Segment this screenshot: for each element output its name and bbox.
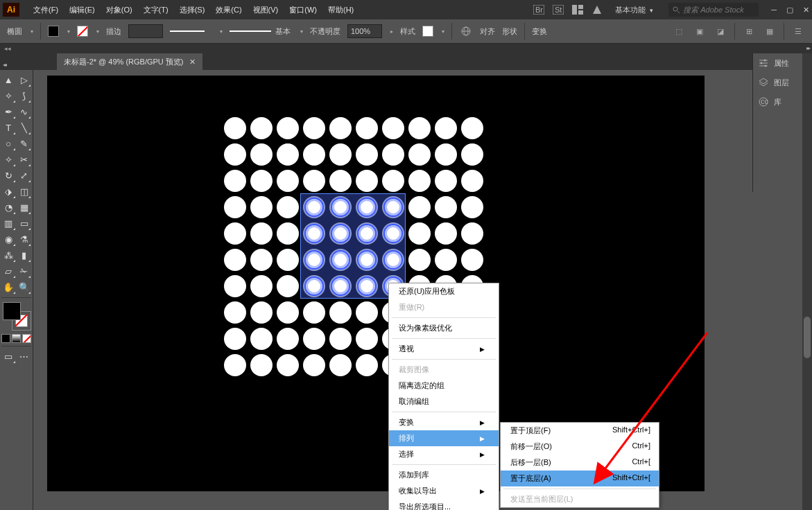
brush-style-dropdown[interactable]: 基本 (230, 26, 292, 37)
dot[interactable] (250, 170, 273, 192)
menu-edit[interactable]: 编辑(E) (64, 2, 101, 18)
dot[interactable] (303, 328, 325, 350)
tab-close-button[interactable]: ✕ (189, 58, 196, 67)
dot[interactable] (329, 301, 352, 324)
panel-menu-icon[interactable]: ☰ (791, 24, 805, 38)
dot[interactable] (408, 196, 431, 218)
cm-transform[interactable]: 变换▶ (389, 414, 499, 430)
stock-icon[interactable]: St (551, 3, 565, 17)
dot[interactable] (277, 170, 299, 192)
color-mode-icon[interactable] (1, 334, 10, 343)
fill-swatch[interactable] (48, 26, 59, 37)
slice-tool[interactable]: ✁ (17, 264, 32, 279)
eyedropper-tool[interactable]: ◉ (1, 232, 16, 247)
dot[interactable] (461, 170, 483, 192)
align-pixel-icon[interactable]: ▦ (763, 24, 777, 38)
eraser-tool[interactable]: ✂ (17, 152, 32, 167)
cm-collect-export[interactable]: 收集以导出▶ (389, 483, 499, 499)
tool-caret-icon[interactable]: ▾ (31, 28, 33, 35)
dot[interactable] (356, 143, 378, 166)
dot[interactable] (435, 117, 457, 139)
dot[interactable] (303, 143, 325, 166)
chevron-right-icon[interactable]: ▸ (390, 28, 393, 35)
dot[interactable] (461, 143, 483, 166)
dot[interactable] (408, 170, 431, 192)
dot[interactable] (224, 170, 246, 192)
cm-add-to-library[interactable]: 添加到库 (389, 467, 499, 483)
minimize-button[interactable]: ─ (771, 6, 777, 15)
dot[interactable] (435, 143, 457, 166)
dot[interactable] (461, 249, 483, 271)
dot[interactable] (250, 117, 273, 139)
vertical-scrollbar[interactable] (802, 53, 812, 510)
dot[interactable] (250, 328, 273, 350)
brush-tool[interactable]: ✎ (17, 137, 32, 151)
arrange-docs-icon[interactable] (571, 3, 585, 17)
cm-ungroup[interactable]: 取消编组 (389, 394, 499, 410)
share-icon[interactable] (590, 3, 604, 17)
dot[interactable] (277, 301, 299, 324)
dot[interactable] (303, 354, 325, 376)
dot[interactable] (250, 275, 273, 297)
dot[interactable] (408, 117, 431, 139)
dot[interactable] (277, 222, 299, 245)
none-mode-icon[interactable] (22, 334, 31, 343)
artboard-tool[interactable]: ▱ (1, 264, 16, 279)
stroke-style-dropdown[interactable] (170, 26, 211, 37)
scale-tool[interactable]: ⤢ (17, 168, 32, 183)
dot[interactable] (250, 222, 273, 245)
ellipse-tool[interactable]: ○ (1, 137, 16, 151)
dot[interactable] (303, 301, 325, 324)
menu-effect[interactable]: 效果(C) (210, 2, 247, 18)
dot[interactable] (461, 196, 483, 218)
menu-object[interactable]: 对象(O) (101, 2, 138, 18)
width-tool[interactable]: ⬗ (1, 184, 16, 199)
free-transform-tool[interactable]: ◫ (17, 184, 32, 199)
opacity-input[interactable] (347, 24, 382, 38)
blend-tool[interactable]: ⚗ (17, 232, 32, 247)
isolate-icon[interactable]: ⬚ (672, 24, 686, 38)
dot[interactable] (303, 170, 325, 192)
dot[interactable] (356, 170, 378, 192)
dot[interactable] (382, 170, 404, 192)
cm-select[interactable]: 选择▶ (389, 446, 499, 462)
dot[interactable] (250, 354, 273, 376)
dot[interactable] (277, 143, 299, 166)
dot[interactable] (329, 354, 352, 376)
fill-stroke-indicator[interactable] (3, 302, 31, 330)
dot[interactable] (461, 222, 483, 245)
dot[interactable] (277, 354, 299, 376)
sm-bring-forward[interactable]: 前移一层(O)Ctrl+] (501, 439, 659, 455)
cm-arrange[interactable]: 排列▶ (389, 430, 499, 446)
dot[interactable] (224, 117, 246, 139)
menu-file[interactable]: 文件(F) (28, 2, 64, 18)
dot[interactable] (408, 249, 431, 271)
dot[interactable] (224, 249, 246, 271)
menu-select[interactable]: 选择(S) (174, 2, 211, 18)
symbol-sprayer-tool[interactable]: ⁂ (1, 248, 16, 263)
perspective-tool[interactable]: ▦ (17, 200, 32, 215)
curvature-tool[interactable]: ∿ (17, 105, 32, 119)
shape-label[interactable]: 形状 (502, 26, 517, 37)
search-stock-input[interactable]: 搜索 Adobe Stock (668, 3, 759, 17)
dot[interactable] (356, 301, 378, 324)
cm-perspective[interactable]: 透视▶ (389, 341, 499, 357)
expand-strip[interactable]: ◂◂ (0, 44, 812, 53)
dot[interactable] (356, 328, 378, 350)
dot[interactable] (435, 222, 457, 245)
menu-help[interactable]: 帮助(H) (322, 2, 359, 18)
dot[interactable] (224, 143, 246, 166)
rotate-tool[interactable]: ↻ (1, 168, 16, 183)
dot[interactable] (356, 354, 378, 376)
dot[interactable] (224, 196, 246, 218)
dot[interactable] (250, 143, 273, 166)
zoom-tool[interactable]: 🔍 (17, 280, 32, 294)
dot[interactable] (329, 170, 352, 192)
direct-selection-tool[interactable]: ▷ (17, 73, 32, 87)
clip-icon[interactable]: ◪ (714, 24, 727, 38)
dot[interactable] (277, 117, 299, 139)
dot[interactable] (435, 249, 457, 271)
pen-tool[interactable]: ✒ (1, 105, 16, 119)
bridge-icon[interactable]: Br (532, 3, 546, 17)
stroke-swatch[interactable] (77, 26, 88, 37)
